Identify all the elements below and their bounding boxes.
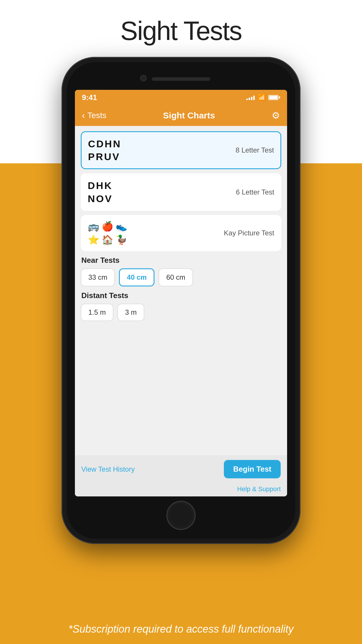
six-letter-text: DHK NOV bbox=[88, 179, 113, 205]
six-letter-card[interactable]: DHK NOV 6 Letter Test bbox=[81, 173, 281, 211]
nav-bar: ‹ Tests Sight Charts ⚙ bbox=[75, 105, 287, 126]
begin-test-button[interactable]: Begin Test bbox=[224, 460, 281, 478]
screen-content: CDHN PRUV 8 Letter Test DHK NOV 6 Letter… bbox=[75, 126, 287, 496]
screen-footer-area: View Test History Begin Test Help & Supp… bbox=[75, 455, 287, 496]
kay-picture-icons: 🚌🍎👟 ⭐🏠🦆 bbox=[88, 221, 127, 245]
screen-footer: View Test History Begin Test bbox=[75, 455, 287, 483]
status-time: 9:41 bbox=[82, 93, 97, 102]
subscription-note: *Subscription required to access full fu… bbox=[0, 623, 362, 635]
status-icons: 📶 bbox=[246, 94, 280, 101]
distant-tests-header: Distant Tests bbox=[81, 291, 281, 300]
near-60cm-button[interactable]: 60 cm bbox=[159, 268, 193, 286]
distant-15m-button[interactable]: 1.5 m bbox=[81, 304, 113, 321]
eight-letter-text: CDHN PRUV bbox=[88, 137, 121, 163]
eight-letter-label: 8 Letter Test bbox=[236, 146, 274, 154]
back-arrow-icon: ‹ bbox=[82, 110, 85, 121]
phone-screen: 9:41 📶 bbox=[75, 90, 287, 496]
status-bar: 9:41 📶 bbox=[75, 90, 287, 105]
nav-title: Sight Charts bbox=[163, 111, 215, 120]
phone-frame: 9:41 📶 bbox=[61, 57, 301, 544]
help-support-link[interactable]: Help & Support bbox=[75, 483, 287, 496]
kay-picture-card[interactable]: 🚌🍎👟 ⭐🏠🦆 Kay Picture Test bbox=[81, 215, 281, 251]
phone-inner: 9:41 📶 bbox=[67, 62, 295, 539]
distant-3m-button[interactable]: 3 m bbox=[117, 304, 144, 321]
near-33cm-button[interactable]: 33 cm bbox=[81, 268, 115, 286]
distant-tests-row: 1.5 m 3 m bbox=[81, 304, 281, 321]
battery-icon bbox=[268, 95, 280, 100]
back-button[interactable]: ‹ Tests bbox=[82, 110, 106, 121]
page-title: Sight Tests bbox=[0, 16, 362, 46]
phone-speaker bbox=[152, 77, 210, 81]
near-tests-header: Near Tests bbox=[81, 256, 281, 265]
view-history-link[interactable]: View Test History bbox=[81, 465, 135, 473]
wifi-icon: 📶 bbox=[258, 94, 266, 101]
six-letter-label: 6 Letter Test bbox=[236, 188, 274, 196]
back-label: Tests bbox=[87, 111, 106, 120]
gear-icon[interactable]: ⚙ bbox=[272, 110, 280, 121]
signal-icon bbox=[246, 95, 255, 100]
near-tests-row: 33 cm 40 cm 60 cm bbox=[81, 268, 281, 286]
eight-letter-card[interactable]: CDHN PRUV 8 Letter Test bbox=[81, 131, 281, 169]
kay-picture-label: Kay Picture Test bbox=[224, 229, 274, 237]
near-40cm-button[interactable]: 40 cm bbox=[119, 268, 154, 286]
phone-camera bbox=[140, 75, 147, 81]
home-button[interactable] bbox=[166, 501, 196, 530]
